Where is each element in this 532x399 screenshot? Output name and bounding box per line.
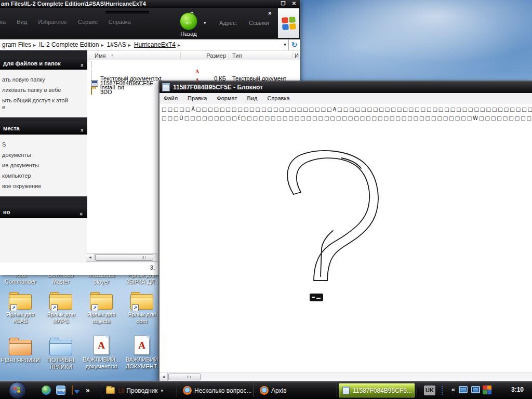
breadcrumb-arrow-icon[interactable]: ▸ [178,42,180,48]
close-button[interactable]: ✕ [289,1,299,7]
scroll-left-arrow[interactable]: ◂ [86,254,95,261]
task-item-publish-folder[interactable]: ликовать папку в вебе [1,85,85,95]
network-monitor-icon[interactable] [471,386,480,393]
scrollbar-thumb[interactable] [168,374,201,380]
breadcrumb-segment[interactable]: 1#SAS [107,41,126,48]
desktop-icon-potribni-yarlyky[interactable]: ПОТРІБНІЯРЛИКИ [41,338,81,370]
icon-label: MAPS [41,318,81,325]
place-item-sas[interactable]: S [1,139,85,150]
menu-item[interactable]: ка [0,19,6,25]
task-item-new-folder[interactable]: ать новую папку [1,74,85,85]
tray-collapse-chevron[interactable]: « [451,385,455,393]
collapse-chevron-icon[interactable]: » [75,64,87,67]
tray-separator [442,386,443,395]
task-item-share-folder[interactable]: ыть общий доступ к этой [1,95,85,103]
place-item-shared-documents[interactable]: ие документы [1,160,85,170]
taskbar-button-explorer-group[interactable]: 19 Проводник ▾ [103,383,176,398]
breadcrumb-segment[interactable]: IL-2 Complete Edition [39,41,99,48]
quicklaunch-snap-icon[interactable]: Snap [56,385,65,395]
column-header-modified[interactable]: И [295,52,299,59]
tasks-section-header-places[interactable]: места » [0,122,87,135]
links-label[interactable]: Ссылки [249,20,269,26]
back-button[interactable]: ← Назад [179,12,198,37]
links-overflow-chevron[interactable]: » [268,9,272,17]
quicklaunch-overflow-chevron[interactable]: » [86,386,90,394]
question-mark-drawing [279,147,385,283]
binary-text-line: □□□Û□□□□□□□□□ť□□□□□□□□□□□□□□□□□□□□□□□□□□… [162,115,532,121]
windows-logo-throbber [278,8,299,38]
maximize-button[interactable]: ❐ [278,1,288,7]
desktop-icon-vazhlyvyi-document-txt[interactable]: A ВАЖЛИВИЙ...документ.txt [81,336,122,370]
breadcrumb-arrow-icon[interactable]: ▸ [33,42,36,48]
tray-app-icon[interactable] [483,385,491,394]
breadcrumb-arrow-icon[interactable]: ▸ [128,42,131,48]
column-header-name[interactable]: Имя [95,52,105,59]
menu-item-vid[interactable]: Вид [17,19,27,25]
folder-icon [9,338,32,355]
menu-item-spravka[interactable]: Справка [109,19,131,25]
firefox-icon [260,386,269,395]
group-dropdown-arrow[interactable]: ▾ [161,388,164,393]
file-row-text-document[interactable]: A Текстовый документ.txt 0 КБ Текстовый … [87,61,300,70]
toolbar-grip[interactable] [105,11,149,14]
collapse-chevron-icon[interactable]: » [75,129,87,132]
column-header-size[interactable]: Размер [191,52,226,59]
desktop-icon-vazhlyvyi-document[interactable]: A ВАЖЛИВИЙДОКУМЕНТ. [122,336,162,370]
refresh-go-icon[interactable]: ↻ [288,39,300,50]
text-document-icon: A [134,336,150,355]
desktop-icon-maps-shortcut[interactable]: ➚ Ярлык дляMAPS [41,292,81,325]
quicklaunch-download-master-icon[interactable] [72,385,73,395]
quicklaunch-globe-icon[interactable] [42,385,51,395]
menu-item-help[interactable]: Справка [267,95,289,101]
taskbar-button-notepad-active[interactable]: 11587F084B95CF5... [339,383,415,398]
desktop-icon-objects-shortcut[interactable]: ➚ Ярлык дляobjects [81,292,122,325]
menu-item-edit[interactable]: Правка [188,95,207,101]
address-breadcrumb-bar[interactable]: gram Files ▸ IL-2 Complete Edition ▸ 1#S… [0,39,300,50]
desktop-icon-rizni-yarlyky[interactable]: РІЗНІ ЯРЛИКИ [0,338,41,364]
breadcrumb-segment[interactable]: gram Files [2,41,31,48]
address-dropdown-arrow[interactable]: ▾ [284,42,286,47]
tasks-section-header-files[interactable]: для файлов и папок » [0,57,87,70]
menu-item-izbrannoe[interactable]: Избранное [38,19,67,25]
explorer-titlebar[interactable]: am Files\IL-2 Complete Edition\1#SAS\Hur… [0,0,300,8]
breadcrumb-segment-current[interactable]: HurricaneExT4 [134,41,176,48]
folder-icon [106,387,115,394]
system-tray: UK « 3:10 [416,381,532,399]
text-document-icon: A [94,336,109,355]
scroll-left-arrow[interactable]: ◂ [159,373,168,381]
network-monitor-icon[interactable] [459,386,468,393]
expand-chevron-icon[interactable]: » [75,212,87,216]
file-row-install-txt[interactable]: A install .txt 1 КБ Текстовый документ [87,70,300,79]
menu-item-format[interactable]: Формат [217,95,237,101]
explorer-horizontal-scrollbar[interactable]: ◂ [86,253,157,262]
notepad-titlebar[interactable]: 11587F084B95CF5E - Блокнот [159,82,532,93]
icon-label: ВАЖЛИВИЙ [122,356,162,363]
task-item-share-folder-line2[interactable]: е [1,103,85,112]
taskbar-button-firefox-1[interactable]: Несколько вопрос... [180,383,251,398]
tasks-section-header-details[interactable]: но » [0,206,87,218]
taskbar-clock[interactable]: 3:10 [511,386,524,393]
language-indicator[interactable]: UK [424,385,435,395]
desktop-icon-com-shortcut[interactable]: ➚ Ярлык дляcom [122,292,162,325]
start-button[interactable] [9,382,26,399]
place-item-my-computer[interactable]: компьютер [1,170,85,181]
folder-icon [91,88,92,95]
menu-item-servis[interactable]: Сервис [78,19,98,25]
breadcrumb-arrow-icon[interactable]: ▸ [101,42,103,48]
notepad-window: 11587F084B95CF5E - Блокнот Файл Правка Ф… [158,81,532,382]
scrollbar-thumb[interactable] [95,254,153,261]
minimize-button[interactable]: _ [268,1,277,7]
place-item-my-documents[interactable]: документы [1,150,85,160]
desktop-icon-sas-shortcut[interactable]: ➚ Ярлык для#SAS [0,292,41,325]
menu-item-file[interactable]: Файл [164,95,178,101]
icon-label: Master [41,278,81,285]
menu-item-view[interactable]: Вид [247,95,257,101]
column-header-type[interactable]: Тип [232,52,242,59]
explorer-menubar: ка Вид Избранное Сервис Справка [0,19,140,28]
taskbar-button-firefox-2[interactable]: Архів [257,383,335,398]
notepad-text-area[interactable]: □□□□□Ă□□□□□□□□□□□□□□□□□□□□□□□Ą□□□□□□□□□□… [159,103,532,373]
back-dropdown-arrow[interactable]: ▾ [204,20,206,25]
notepad-horizontal-scrollbar[interactable]: ◂ [159,373,532,381]
address-label: Адрес: [219,20,237,26]
place-item-network[interactable]: вое окружение [1,181,85,191]
